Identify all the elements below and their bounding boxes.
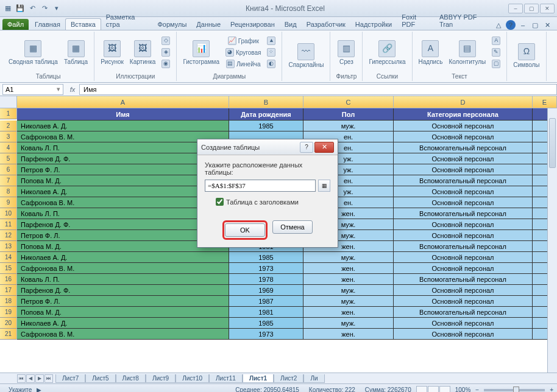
tab-разработчик[interactable]: Разработчик [302, 19, 350, 30]
minimize-button[interactable]: – [508, 4, 523, 13]
clipart-button[interactable]: 🖼Картинка [127, 39, 158, 66]
hyperlink-button[interactable]: 🔗Гиперссылка [366, 39, 408, 66]
ok-button[interactable]: OK [225, 223, 265, 237]
tab-разметка стра[interactable]: Разметка стра [101, 12, 153, 30]
header-cell[interactable]: Имя [17, 108, 229, 121]
tab-надстройки[interactable]: Надстройки [350, 19, 397, 30]
cell[interactable]: Вспомогательный персонал [394, 307, 533, 318]
pie-chart-button[interactable]: ◕Круговая [223, 47, 263, 58]
row-header-8[interactable]: 8 [0, 186, 17, 197]
cell[interactable]: Основной персонал [394, 329, 533, 340]
cell[interactable]: 1987 [229, 296, 303, 307]
line-chart-button[interactable]: 📈График [223, 35, 263, 46]
row-header-20[interactable]: 20 [0, 318, 17, 329]
row-header-9[interactable]: 9 [0, 197, 17, 208]
sheet-nav-next-icon[interactable]: ▶ [35, 374, 44, 383]
zoom-slider[interactable] [484, 389, 545, 391]
row-header-1[interactable]: 1 [0, 108, 17, 119]
wordart-button[interactable]: A [489, 35, 503, 46]
row-header-7[interactable]: 7 [0, 175, 17, 186]
cell[interactable]: Основной персонал [394, 121, 533, 131]
picture-button[interactable]: 🖼Рисунок [98, 39, 126, 66]
cell[interactable]: жен. [303, 263, 394, 274]
excel-icon[interactable]: ▦ [2, 3, 13, 14]
col-header-D[interactable]: D [394, 96, 533, 108]
cell[interactable]: Петров Ф. Л. [17, 296, 229, 307]
view-pagebreak-button[interactable] [439, 386, 450, 393]
cell[interactable]: Сафронова В. М. [17, 263, 229, 274]
fx-button[interactable]: fx [66, 86, 79, 93]
zoom-level[interactable]: 100% [450, 387, 476, 392]
col-header-E[interactable]: E [533, 96, 557, 108]
cell[interactable]: Вспомогательный персонал [394, 142, 533, 153]
area-chart-button[interactable]: ▲ [264, 35, 278, 46]
row-header-21[interactable]: 21 [0, 329, 17, 340]
cell[interactable]: Основной персонал [394, 318, 533, 329]
cell[interactable]: Основной персонал [394, 230, 533, 241]
headers-checkbox-label[interactable]: Таблица с заголовками [226, 198, 299, 206]
view-normal-button[interactable] [416, 386, 427, 393]
cell[interactable]: Парфенов Д. Ф. [17, 285, 229, 296]
cell[interactable]: Основной персонал [394, 263, 533, 274]
doc-restore-icon[interactable]: ▢ [530, 20, 540, 30]
row-header-11[interactable]: 11 [0, 219, 17, 230]
headerfooter-button[interactable]: ▤Колонтитулы [446, 39, 488, 66]
headers-checkbox[interactable] [216, 198, 224, 206]
tab-foxit pdf[interactable]: Foxit PDF [397, 12, 435, 30]
shapes-button[interactable]: ◇ [159, 35, 172, 46]
sheet-tab-Лист2[interactable]: Лист2 [274, 374, 303, 383]
cell[interactable]: Вспомогательный персонал [394, 241, 533, 252]
sheet-nav-prev-icon[interactable]: ◀ [26, 374, 35, 383]
cell[interactable]: Основной персонал [394, 252, 533, 263]
cell[interactable]: Основной персонал [394, 164, 533, 175]
cell[interactable]: 1981 [229, 307, 303, 318]
col-header-B[interactable]: B [229, 96, 303, 108]
vertical-scrollbar[interactable] [547, 108, 557, 373]
bar-chart-button[interactable]: ▤Линейча [223, 58, 263, 69]
cell[interactable]: Основной персонал [394, 131, 533, 142]
cell[interactable]: 1973 [229, 263, 303, 274]
doc-minimize-icon[interactable]: – [518, 20, 528, 30]
object-button[interactable]: ▢ [489, 58, 503, 69]
cell[interactable]: Вспомогательный персонал [394, 208, 533, 219]
cell[interactable]: Основной персонал [394, 153, 533, 164]
formula-input[interactable]: Имя [79, 84, 557, 95]
cell[interactable]: Вспомогательный персонал [394, 274, 533, 285]
cell[interactable]: Николаев А. Д. [17, 318, 229, 329]
cell[interactable]: жен. [303, 274, 394, 285]
sheet-tab-Лист7[interactable]: Лист7 [55, 374, 85, 383]
cell[interactable]: Основной персонал [394, 197, 533, 208]
smartart-button[interactable]: ◈ [159, 47, 172, 58]
sheet-tab-Лист11[interactable]: Лист11 [209, 374, 243, 383]
cell[interactable]: 1978 [229, 274, 303, 285]
zoom-in-button[interactable]: + [550, 387, 553, 392]
row-header-12[interactable]: 12 [0, 230, 17, 241]
header-cell[interactable]: Пол [303, 108, 394, 121]
cell[interactable]: 1985 [229, 252, 303, 263]
cell[interactable]: Николаев А. Д. [17, 121, 229, 131]
cell[interactable]: 1985 [229, 121, 303, 131]
help-icon[interactable]: ? [506, 20, 516, 30]
cell[interactable]: Основной персонал [394, 296, 533, 307]
tab-вид[interactable]: Вид [280, 19, 302, 30]
macro-record-icon[interactable]: ▶ [37, 387, 41, 392]
cell[interactable]: Основной персонал [394, 219, 533, 230]
cell[interactable]: жен. [303, 329, 394, 340]
select-all-corner[interactable] [0, 96, 17, 108]
sheet-nav-last-icon[interactable]: ⏭ [44, 374, 53, 383]
cancel-button[interactable]: Отмена [272, 220, 313, 234]
cell[interactable]: 1985 [229, 318, 303, 329]
row-header-13[interactable]: 13 [0, 241, 17, 252]
collapse-dialog-icon[interactable]: ▦ [318, 180, 330, 192]
tab-abbyy pdf tran[interactable]: ABBYY PDF Tran [435, 12, 494, 30]
cell[interactable]: Попова М. Д. [17, 307, 229, 318]
undo-icon[interactable]: ↶ [27, 3, 38, 14]
cell[interactable]: муж. [303, 296, 394, 307]
table-button[interactable]: ▦Таблица [62, 39, 90, 66]
sheet-tab-Лист8[interactable]: Лист8 [116, 374, 146, 383]
scatter-chart-button[interactable]: ⁘ [264, 47, 278, 58]
tab-формулы[interactable]: Формулы [152, 19, 191, 30]
cell[interactable]: муж. [303, 318, 394, 329]
cell[interactable]: 1969 [229, 285, 303, 296]
ribbon-minimize-icon[interactable]: △ [494, 20, 503, 30]
